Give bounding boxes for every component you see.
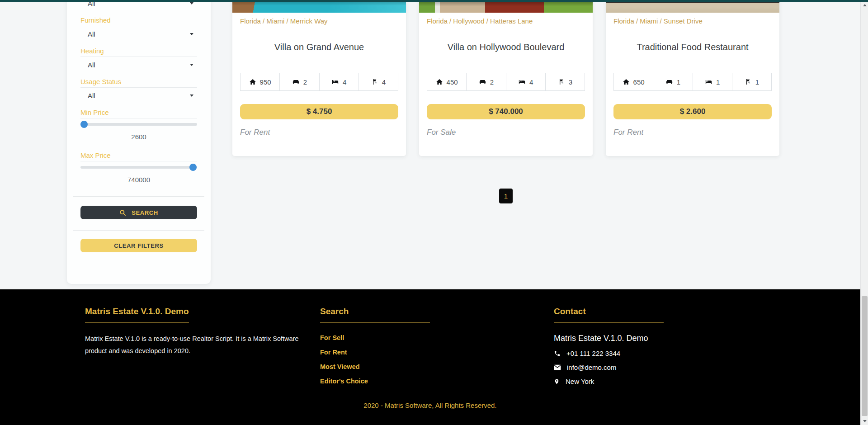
scrollbar-down-arrow[interactable] [861, 418, 868, 424]
stat-bedrooms: 1 [693, 73, 732, 90]
triangle-up-icon [863, 4, 867, 6]
heating-select-value: All [88, 61, 95, 69]
stat-value: 3 [569, 78, 572, 86]
divider [85, 322, 189, 323]
usage-status-select[interactable]: All [80, 89, 197, 102]
footer-phone: +01 111 222 3344 [566, 349, 620, 357]
stat-floors: 1 [732, 73, 771, 90]
max-price-value: 740000 [80, 176, 197, 184]
footer-search-links: For Sell For Rent Most Viewed Editor's C… [320, 334, 510, 385]
property-stats: 950 2 4 4 [240, 73, 398, 91]
pagination: 1 [232, 189, 779, 203]
stat-value: 1 [677, 78, 680, 86]
property-title[interactable]: Villa on Hollywood Boulevard [427, 42, 585, 52]
list-item: Most Viewed [320, 363, 510, 371]
search-icon [119, 209, 126, 216]
bed-icon [331, 78, 339, 85]
footer-link-for-rent[interactable]: For Rent [320, 349, 347, 356]
stat-value: 1 [716, 78, 720, 86]
min-price-label: Min Price [80, 109, 197, 116]
heating-select[interactable]: All [80, 58, 197, 71]
stat-floors: 3 [546, 73, 585, 90]
max-price-slider[interactable] [80, 162, 197, 172]
footer-link-for-sell[interactable]: For Sell [320, 334, 344, 341]
footer-copyright: 2020 - Matris Software, All Rights Reser… [0, 401, 860, 409]
footer-link-most-viewed[interactable]: Most Viewed [320, 363, 360, 370]
filter-group-furnished: Furnished All [80, 16, 197, 41]
listing-status: For Rent [613, 128, 772, 137]
price-button[interactable]: $ 740.000 [427, 104, 585, 119]
stat-value: 2 [490, 78, 494, 86]
filter-group-heating: Heating All [80, 47, 197, 71]
breadcrumb[interactable]: Florida / Miami / Sunset Drive [613, 13, 772, 25]
price-button[interactable]: $ 2.600 [613, 104, 772, 119]
stat-value: 450 [447, 78, 458, 86]
min-price-slider-track[interactable] [80, 123, 197, 126]
divider [80, 87, 197, 88]
bed-icon [518, 78, 526, 85]
divider [73, 196, 204, 197]
clear-filters-button[interactable]: CLEAR FILTERS [80, 239, 197, 252]
property-stats: 450 2 4 3 [427, 73, 585, 91]
location-pin-icon [554, 378, 560, 385]
chevron-down-icon [190, 64, 193, 66]
footer-phone-row[interactable]: +01 111 222 3344 [554, 349, 744, 357]
furnished-select[interactable]: All [80, 27, 197, 41]
stat-bedrooms: 4 [506, 73, 546, 90]
breadcrumb[interactable]: Florida / Miami / Merrick Way [240, 13, 398, 25]
chevron-down-icon [190, 33, 193, 35]
footer: Matris Estate V.1.0. Demo Matrix Estate … [0, 289, 860, 425]
footer-email-row[interactable]: info@demo.com [554, 364, 744, 371]
page-1-button[interactable]: 1 [499, 189, 513, 203]
home-icon [623, 78, 630, 85]
heating-label: Heating [80, 47, 197, 55]
min-price-slider[interactable] [80, 119, 197, 129]
min-price-slider-thumb[interactable] [80, 121, 88, 128]
price-button[interactable]: $ 4.750 [240, 104, 398, 119]
furnished-label: Furnished [80, 16, 197, 24]
footer-location: New York [566, 378, 594, 385]
usage-status-label: Usage Status [80, 78, 197, 85]
property-title[interactable]: Villa on Grand Avenue [240, 42, 398, 52]
footer-location-row: New York [554, 378, 744, 385]
footer-about-text: Matrix Estate V.1.0 is a ready-to-use Re… [85, 333, 311, 357]
divider [73, 230, 204, 231]
filter-group-max-price: Max Price 740000 [80, 151, 197, 184]
footer-link-editors-choice[interactable]: Editor's Choice [320, 378, 368, 385]
divider [80, 118, 197, 118]
stat-area: 450 [427, 73, 467, 90]
filter-group-min-price: Min Price 2600 [80, 109, 197, 141]
home-icon [436, 78, 443, 85]
property-card: Florida / Hollywood / Hatteras Lane Vill… [419, 0, 593, 156]
stat-value: 4 [382, 78, 386, 86]
phone-icon [554, 350, 561, 357]
divider [320, 322, 430, 323]
filter-group-usage-status: Usage Status All [80, 78, 197, 102]
home-icon [249, 78, 256, 85]
couch-icon [479, 78, 486, 85]
breadcrumb[interactable]: Florida / Hollywood / Hatteras Lane [427, 13, 585, 25]
scrollbar[interactable] [860, 0, 868, 425]
stat-area: 650 [614, 73, 653, 90]
property-title[interactable]: Traditional Food Restaurant [613, 42, 772, 52]
list-item: For Rent [320, 348, 510, 356]
max-price-slider-track[interactable] [80, 166, 197, 169]
scrollbar-up-arrow[interactable] [861, 2, 868, 8]
filters-sidebar: All Furnished All Heating All Usage Stat… [67, 0, 211, 284]
stat-value: 650 [633, 78, 645, 86]
property-stats: 650 1 1 1 [613, 73, 772, 91]
divider [554, 322, 664, 323]
search-button[interactable]: SEARCH [80, 206, 197, 219]
couch-icon [665, 78, 673, 85]
scrollbar-thumb[interactable] [862, 296, 868, 416]
stat-area: 950 [241, 73, 280, 90]
listings-grid: Florida / Miami / Merrick Way Villa on G… [232, 0, 779, 156]
divider [80, 57, 197, 57]
stat-living-rooms: 2 [280, 73, 319, 90]
list-item: Editor's Choice [320, 377, 510, 385]
property-card: Florida / Miami / Sunset Drive Tradition… [606, 0, 779, 156]
stat-bedrooms: 4 [320, 73, 359, 90]
flag-icon [558, 78, 565, 85]
max-price-slider-thumb[interactable] [189, 164, 197, 171]
stat-value: 950 [260, 78, 271, 86]
